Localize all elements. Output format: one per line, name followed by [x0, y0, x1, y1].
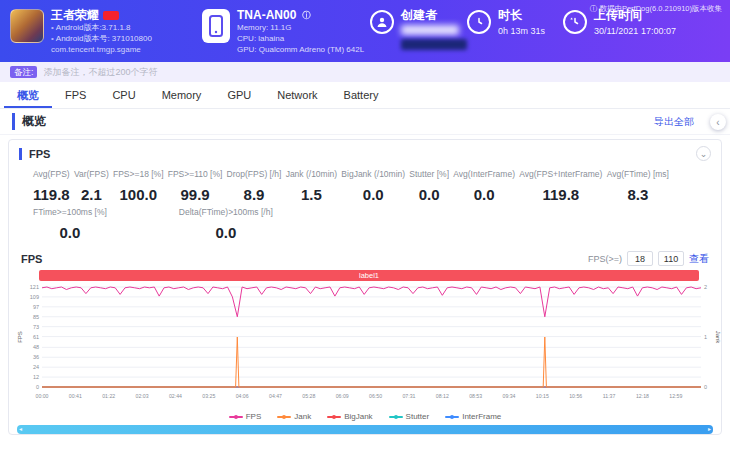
fps-threshold-min-input[interactable]	[627, 251, 653, 266]
svg-text:12: 12	[33, 374, 39, 380]
svg-text:00:41: 00:41	[69, 393, 82, 399]
svg-text:73: 73	[33, 324, 39, 330]
legend-marker-icon	[445, 416, 459, 418]
metric: Avg(FTime) [ms]8.3	[607, 169, 669, 203]
legend-item-fps[interactable]: FPS	[229, 412, 262, 421]
svg-text:85: 85	[33, 314, 39, 320]
clock-icon	[467, 10, 491, 34]
header: 王者荣耀 •Android版本:3.71.1.8 •Android版本号: 37…	[0, 0, 730, 62]
svg-text:02:44: 02:44	[169, 393, 182, 399]
metric-label: Avg(FTime) [ms]	[607, 169, 669, 179]
fps-chart-area[interactable]: 0122436486173859710912101200:0000:4101:2…	[9, 282, 721, 410]
metric-label: Drop(FPS) [/h]	[227, 169, 282, 179]
perfdog-version-note: ⓘ 数据由PerfDog(6.0.210910)版本收集	[590, 4, 722, 14]
note-input-placeholder[interactable]: 添加备注，不超过200个字符	[43, 66, 157, 79]
device-cpu: CPU: lahaina	[237, 33, 364, 44]
metric-value: 0.0	[453, 186, 515, 203]
tab-memory[interactable]: Memory	[149, 82, 215, 108]
metric: BigJank (/10min)0.0	[341, 169, 405, 203]
svg-text:02:03: 02:03	[136, 393, 149, 399]
svg-text:11:37: 11:37	[603, 393, 616, 399]
tab-fps[interactable]: FPS	[52, 82, 99, 108]
metric-label: FTime>=100ms [%]	[33, 207, 107, 217]
legend-item-jank[interactable]: Jank	[277, 412, 311, 421]
metric-value: 0.0	[33, 224, 107, 241]
fps-threshold-max-input[interactable]	[658, 251, 684, 266]
svg-text:04:06: 04:06	[236, 393, 249, 399]
svg-text:05:28: 05:28	[302, 393, 315, 399]
metric-value: 0.0	[409, 186, 449, 203]
scroll-right-icon[interactable]: ▸	[708, 425, 711, 434]
label-banner[interactable]: label1	[39, 270, 699, 281]
fps-card: FPS ⌄ Avg(FPS)119.8Var(FPS)2.1FPS>=18 [%…	[8, 139, 722, 435]
legend-item-bigjank[interactable]: BigJank	[327, 412, 372, 421]
tab-bar: 概览FPSCPUMemoryGPUNetworkBattery	[0, 82, 730, 109]
metric-label: Delta(FTime)>100ms [/h]	[179, 207, 273, 217]
device-memory: Memory: 11.1G	[237, 22, 364, 33]
legend-item-interframe[interactable]: InterFrame	[445, 412, 501, 421]
svg-text:1: 1	[704, 334, 707, 340]
svg-text:48: 48	[33, 344, 39, 350]
scroll-left-icon[interactable]: ◂	[19, 425, 22, 434]
svg-text:09:34: 09:34	[503, 393, 516, 399]
export-all-button[interactable]: 导出全部	[654, 115, 694, 129]
overview-title: 概览	[12, 113, 46, 130]
metric-label: BigJank (/10min)	[341, 169, 405, 179]
metric: FPS>=18 [%]100.0	[113, 169, 164, 203]
note-label: 备注:	[10, 66, 37, 78]
metric-value: 119.8	[33, 186, 70, 203]
tab-network[interactable]: Network	[264, 82, 330, 108]
metric-value: 100.0	[113, 186, 164, 203]
metric: Delta(FTime)>100ms [/h]0.0	[179, 207, 273, 241]
metric: Var(FPS)2.1	[74, 169, 109, 203]
metric-label: Avg(FPS+InterFrame)	[519, 169, 602, 179]
creator-id-blurred	[401, 39, 467, 50]
legend-marker-icon	[327, 416, 341, 418]
creator-avatar-icon	[370, 10, 394, 34]
fps-line-chart[interactable]: 0122436486173859710912101200:0000:4101:2…	[15, 282, 721, 406]
legend-marker-icon	[277, 416, 291, 418]
svg-text:01:22: 01:22	[102, 393, 115, 399]
device-info-icon[interactable]: ⓘ	[302, 9, 310, 22]
legend-label: FPS	[246, 412, 262, 421]
device-gpu: GPU: Qualcomm Adreno (TM) 642L	[237, 44, 364, 55]
bullet-icon: •	[51, 23, 54, 32]
fps-chart-title: FPS	[21, 253, 42, 265]
svg-text:FPS: FPS	[17, 331, 23, 343]
chart-horizontal-scrollbar[interactable]: ◂ ▸	[17, 425, 713, 434]
metric-value: 8.3	[607, 186, 669, 203]
metric-value: 0.0	[341, 186, 405, 203]
svg-text:2: 2	[704, 284, 707, 290]
metric-value: 1.5	[286, 186, 338, 203]
legend-label: BigJank	[344, 412, 372, 421]
svg-text:08:12: 08:12	[436, 393, 449, 399]
phone-icon	[202, 9, 230, 43]
legend-label: InterFrame	[462, 412, 501, 421]
upload-clock-icon	[563, 10, 587, 34]
tab-battery[interactable]: Battery	[331, 82, 392, 108]
fps-chart-header: FPS FPS(>=) 查看	[9, 249, 721, 268]
legend-item-stutter[interactable]: Stutter	[389, 412, 430, 421]
legend-label: Stutter	[406, 412, 430, 421]
fps-collapse-button[interactable]: ⌄	[696, 146, 711, 161]
svg-text:06:09: 06:09	[336, 393, 349, 399]
tab-cpu[interactable]: CPU	[99, 82, 148, 108]
sidebar-collapse-button[interactable]: ‹	[710, 114, 726, 130]
svg-text:12:59: 12:59	[669, 393, 682, 399]
tab-概览[interactable]: 概览	[4, 82, 52, 108]
metric-label: Avg(InterFrame)	[453, 169, 515, 179]
view-button[interactable]: 查看	[689, 252, 709, 266]
svg-text:06:50: 06:50	[369, 393, 382, 399]
metric: Jank (/10min)1.5	[286, 169, 338, 203]
device-info-block: TNA-AN00 ⓘ Memory: 11.1G CPU: lahaina GP…	[202, 9, 370, 55]
duration-value: 0h 13m 31s	[498, 26, 545, 36]
game-title: 王者荣耀	[51, 9, 99, 22]
chart-legend: FPSJankBigJankStutterInterFrame	[9, 410, 721, 423]
metric-value: 99.9	[168, 186, 223, 203]
device-name: TNA-AN00	[237, 9, 296, 22]
fps-card-title: FPS	[19, 148, 50, 160]
metric-value: 0.0	[179, 224, 273, 241]
svg-text:Jank: Jank	[715, 331, 721, 345]
tab-gpu[interactable]: GPU	[214, 82, 264, 108]
game-title-badge	[103, 11, 119, 20]
